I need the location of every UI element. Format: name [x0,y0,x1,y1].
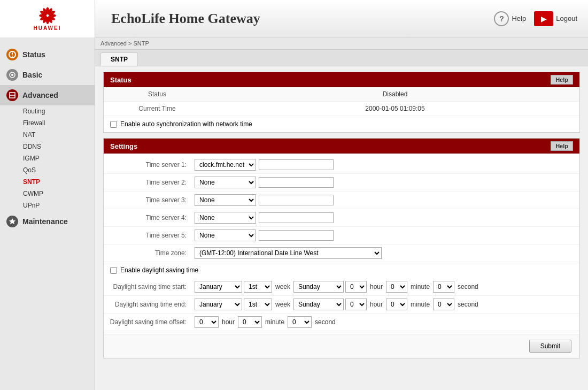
dst-start-row: Daylight saving time start: JanuaryFebru… [104,278,579,296]
dst-end-minute-val[interactable]: 0153045 [386,299,407,310]
sidebar-item-nat[interactable]: NAT [19,129,95,141]
time-server-2-input[interactable] [259,177,334,188]
dst-offset-second-val[interactable]: 0 [288,316,312,328]
tabs-bar: SNTP [95,50,588,66]
daylight-row: Enable daylight saving time [104,262,579,278]
dst-offset-row: Daylight saving time offset: 0-11 hour 0… [104,313,579,331]
status-icon [6,49,18,60]
time-server-4-select[interactable]: None clock.fmt.he.net [195,212,256,224]
submit-button[interactable]: Submit [529,340,571,353]
tab-sntp[interactable]: SNTP [100,52,138,66]
dst-start-hour-val[interactable]: 01234 [345,281,367,293]
dst-end-month[interactable]: JanuaryFebruaryMarchApril MayJuneJulyAug… [195,299,242,310]
maintenance-label: Maintenance [22,217,68,226]
basic-label: Basic [22,71,42,79]
auto-sync-row: Enable auto synchronization with network… [104,116,579,132]
sidebar-item-cwmp[interactable]: CWMP [19,188,95,200]
dst-end-second-val[interactable]: 0 [433,299,454,310]
time-server-5-control: None clock.fmt.he.net [195,230,574,241]
sidebar-item-maintenance[interactable]: Maintenance [0,211,95,232]
sidebar-item-basic[interactable]: Basic [0,65,95,85]
dst-start-hour-label: hour [368,283,384,290]
sidebar-item-advanced[interactable]: Advanced [0,85,95,105]
time-server-3-input[interactable] [259,195,334,205]
dst-start-control: JanuaryFebruaryMarchApril MayJuneJulyAug… [195,281,574,293]
dst-offset-hour-val[interactable]: 0-11 [195,316,219,328]
time-zone-label: Time zone: [109,249,195,257]
time-server-4-input[interactable] [259,212,334,223]
status-panel-header: Status Help [104,72,579,87]
logout-icon [534,11,553,26]
daylight-label: Enable daylight saving time [120,266,198,274]
content-area: Advanced > SNTP SNTP Status Help Status … [95,37,588,390]
time-server-2-row: Time server 2: None clock.fmt.he.net [104,174,579,192]
status-row-value: Disabled [211,87,579,102]
advanced-submenu: Routing Firewall NAT DDNS IGMP QoS SNTP … [0,105,95,211]
time-server-3-select[interactable]: None clock.fmt.he.net [195,194,256,206]
dst-start-second-val[interactable]: 0 [433,281,454,293]
time-server-5-select[interactable]: None clock.fmt.he.net [195,230,256,241]
help-label: Help [512,14,526,22]
time-server-3-label: Time server 3: [109,196,195,204]
dst-end-day[interactable]: SundayMondayTuesdayWednesday ThursdayFri… [293,299,344,310]
time-server-1-label: Time server 1: [109,161,195,169]
logo-area: HUAWEI [0,0,95,37]
settings-panel-help[interactable]: Help [551,141,573,151]
dst-offset-minute-val[interactable]: 0153045 [238,316,262,328]
sidebar-item-routing[interactable]: Routing [19,105,95,117]
logout-button[interactable]: Logout [534,11,577,26]
auto-sync-checkbox[interactable] [110,121,117,128]
time-server-1-row: Time server 1: clock.fmt.he.net None poo… [104,156,579,174]
time-server-5-input[interactable] [259,230,334,241]
dst-offset-control: 0-11 hour 0153045 minute 0 second [195,316,574,328]
time-server-3-control: None clock.fmt.he.net [195,194,574,206]
sidebar-item-qos[interactable]: QoS [19,164,95,176]
status-panel-help[interactable]: Help [551,75,573,85]
breadcrumb: Advanced > SNTP [95,37,588,50]
dst-start-second-label: second [456,283,480,290]
time-server-1-control: clock.fmt.he.net None pool.ntp.org [195,159,574,171]
sidebar-item-firewall[interactable]: Firewall [19,117,95,129]
time-server-2-select[interactable]: None clock.fmt.he.net [195,177,256,188]
sidebar-item-sntp[interactable]: SNTP [19,176,95,188]
dst-start-minute-val[interactable]: 0153045 [386,281,407,293]
time-server-3-row: Time server 3: None clock.fmt.he.net [104,192,579,209]
dst-start-week-num[interactable]: 1st2nd3rd4thLast [244,281,272,293]
sidebar-item-upnp[interactable]: UPnP [19,200,95,211]
dst-offset-minute-label: minute [264,318,286,326]
advanced-icon [6,89,18,101]
current-time-label: Current Time [104,102,211,116]
status-panel-title: Status [110,76,131,84]
status-panel: Status Help Status Disabled Current Time… [103,72,580,133]
dst-end-week-label: week [274,301,292,308]
sidebar-item-igmp[interactable]: IGMP [19,152,95,164]
status-table: Status Disabled Current Time 2000-01-05 … [104,87,579,116]
time-zone-row: Time zone: (GMT-12:00) International Dat… [104,244,579,262]
daylight-checkbox[interactable] [110,267,117,274]
dst-start-label: Daylight saving time start: [109,283,195,290]
svg-point-16 [11,74,13,76]
time-server-1-select[interactable]: clock.fmt.he.net None pool.ntp.org [195,159,256,171]
advanced-label: Advanced [22,91,58,100]
time-server-1-input[interactable] [259,159,334,170]
dst-start-day[interactable]: SundayMondayTuesdayWednesday ThursdayFri… [293,281,344,293]
settings-panel-title: Settings [110,142,137,150]
time-zone-control: (GMT-12:00) International Date Line West… [195,247,574,259]
time-server-5-row: Time server 5: None clock.fmt.he.net [104,227,579,244]
time-zone-select[interactable]: (GMT-12:00) International Date Line West… [195,247,382,259]
dst-end-hour-val[interactable]: 012 [345,299,367,310]
dst-end-week-num[interactable]: 1st2nd3rd4thLast [244,299,272,310]
time-server-4-row: Time server 4: None clock.fmt.he.net [104,209,579,227]
settings-panel-header: Settings Help [104,139,579,154]
time-server-4-label: Time server 4: [109,214,195,221]
dst-start-month[interactable]: JanuaryFebruaryMarchApril MayJuneJulyAug… [195,281,242,293]
dst-offset-second-label: second [313,318,337,326]
current-time-value: 2000-01-05 01:09:05 [211,102,579,116]
help-button[interactable]: ? Help [494,11,526,26]
app-title: EchoLife Home Gateway [95,11,494,27]
maintenance-icon [6,216,18,227]
dst-end-second-label: second [456,301,480,308]
time-server-4-control: None clock.fmt.he.net [195,212,574,224]
sidebar-item-ddns[interactable]: DDNS [19,141,95,152]
sidebar-item-status[interactable]: Status [0,44,95,65]
